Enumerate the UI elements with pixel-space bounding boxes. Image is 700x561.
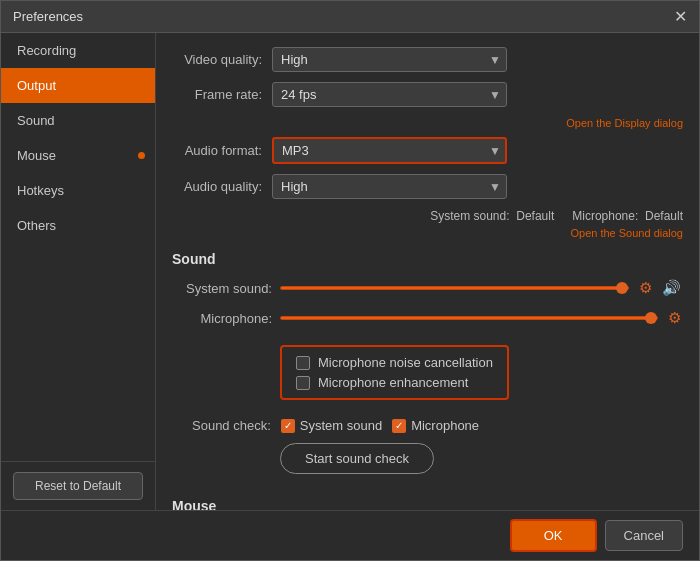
video-quality-select-wrapper: High Medium Low ▼ <box>272 47 507 72</box>
mic-enhancement-row: Microphone enhancement <box>296 375 493 390</box>
sidebar-item-mouse[interactable]: Mouse <box>1 138 155 173</box>
audio-format-select[interactable]: MP3 AAC WAV <box>272 137 507 164</box>
sound-info-row: System sound: Default Microphone: Defaul… <box>172 209 683 223</box>
system-sound-check-label: System sound <box>300 418 382 433</box>
system-sound-slider-label: System sound: <box>172 281 272 296</box>
open-display-dialog-row: Open the Display dialog <box>172 117 683 129</box>
window-title: Preferences <box>13 9 83 24</box>
sidebar: Recording Output Sound Mouse Hotkeys Oth… <box>1 33 156 510</box>
sidebar-item-recording[interactable]: Recording <box>1 33 155 68</box>
sidebar-item-output[interactable]: Output <box>1 68 155 103</box>
audio-quality-label: Audio quality: <box>172 179 272 194</box>
audio-quality-select[interactable]: High Medium Low <box>272 174 507 199</box>
microphone-info-label: Microphone: Default <box>572 209 683 223</box>
sidebar-item-others-label: Others <box>17 218 56 233</box>
sidebar-item-mouse-label: Mouse <box>17 148 56 163</box>
sidebar-item-sound[interactable]: Sound <box>1 103 155 138</box>
audio-format-select-wrapper: MP3 AAC WAV ▼ <box>272 137 507 164</box>
cancel-button[interactable]: Cancel <box>605 520 683 551</box>
sound-check-label: Sound check: <box>192 418 271 433</box>
sidebar-item-hotkeys-label: Hotkeys <box>17 183 64 198</box>
title-bar: Preferences ✕ <box>1 1 699 33</box>
system-sound-icons: ⚙ 🔊 <box>637 277 683 299</box>
noise-cancellation-row: Microphone noise cancellation <box>296 355 493 370</box>
open-sound-dialog-link[interactable]: Open the Sound dialog <box>172 227 683 239</box>
mouse-section-header: Mouse <box>172 498 683 510</box>
system-sound-info-label: System sound: Default <box>430 209 554 223</box>
frame-rate-select-wrapper: 24 fps 30 fps 60 fps ▼ <box>272 82 507 107</box>
sidebar-item-recording-label: Recording <box>17 43 76 58</box>
main-content: Video quality: High Medium Low ▼ Frame r… <box>156 33 699 510</box>
ok-button[interactable]: OK <box>510 519 597 552</box>
system-sound-check-item: ✓ System sound <box>281 418 382 433</box>
audio-quality-row: Audio quality: High Medium Low ▼ <box>172 174 683 199</box>
sound-section-header: Sound <box>172 251 683 267</box>
mic-enhancement-label[interactable]: Microphone enhancement <box>318 375 468 390</box>
audio-format-row: Audio format: MP3 AAC WAV ▼ <box>172 137 683 164</box>
microphone-icons: ⚙ <box>666 307 683 329</box>
microphone-check-icon: ✓ <box>392 419 406 433</box>
microphone-gear-button[interactable]: ⚙ <box>666 307 683 329</box>
microphone-check-item: ✓ Microphone <box>392 418 479 433</box>
system-sound-gear-button[interactable]: ⚙ <box>637 277 654 299</box>
microphone-slider-thumb <box>645 312 657 324</box>
sidebar-item-sound-label: Sound <box>17 113 55 128</box>
system-sound-slider-track[interactable] <box>280 286 629 290</box>
mic-enhancement-checkbox[interactable] <box>296 376 310 390</box>
microphone-check-label: Microphone <box>411 418 479 433</box>
sidebar-footer: Reset to Default <box>1 461 155 510</box>
system-sound-slider-row: System sound: ⚙ 🔊 <box>172 277 683 299</box>
microphone-slider-fill <box>281 317 657 319</box>
system-sound-slider-thumb <box>616 282 628 294</box>
frame-rate-select[interactable]: 24 fps 30 fps 60 fps <box>272 82 507 107</box>
audio-quality-select-wrapper: High Medium Low ▼ <box>272 174 507 199</box>
frame-rate-row: Frame rate: 24 fps 30 fps 60 fps ▼ <box>172 82 683 107</box>
video-quality-label: Video quality: <box>172 52 272 67</box>
microphone-options-group: Microphone noise cancellation Microphone… <box>280 345 509 400</box>
preferences-window: Preferences ✕ Recording Output Sound Mou… <box>0 0 700 561</box>
open-sound-dialog-row: Open the Sound dialog <box>172 227 683 239</box>
sidebar-item-others[interactable]: Others <box>1 208 155 243</box>
open-display-dialog-link[interactable]: Open the Display dialog <box>172 117 683 129</box>
bottom-bar: OK Cancel <box>1 510 699 560</box>
system-sound-check-icon: ✓ <box>281 419 295 433</box>
mouse-notification-dot <box>138 152 145 159</box>
sound-check-row: Sound check: ✓ System sound ✓ Microphone <box>172 418 683 433</box>
video-quality-row: Video quality: High Medium Low ▼ <box>172 47 683 72</box>
noise-cancellation-checkbox[interactable] <box>296 356 310 370</box>
microphone-slider-track[interactable] <box>280 316 658 320</box>
start-sound-check-button[interactable]: Start sound check <box>280 443 434 474</box>
microphone-slider-row: Microphone: ⚙ <box>172 307 683 329</box>
system-sound-slider-fill <box>281 287 628 289</box>
close-button[interactable]: ✕ <box>674 7 687 26</box>
noise-cancellation-label[interactable]: Microphone noise cancellation <box>318 355 493 370</box>
content-area: Recording Output Sound Mouse Hotkeys Oth… <box>1 33 699 510</box>
video-quality-select[interactable]: High Medium Low <box>272 47 507 72</box>
frame-rate-label: Frame rate: <box>172 87 272 102</box>
sidebar-item-output-label: Output <box>17 78 56 93</box>
audio-format-label: Audio format: <box>172 143 272 158</box>
reset-to-default-button[interactable]: Reset to Default <box>13 472 143 500</box>
sidebar-item-hotkeys[interactable]: Hotkeys <box>1 173 155 208</box>
system-sound-volume-button[interactable]: 🔊 <box>660 277 683 299</box>
microphone-slider-label: Microphone: <box>172 311 272 326</box>
